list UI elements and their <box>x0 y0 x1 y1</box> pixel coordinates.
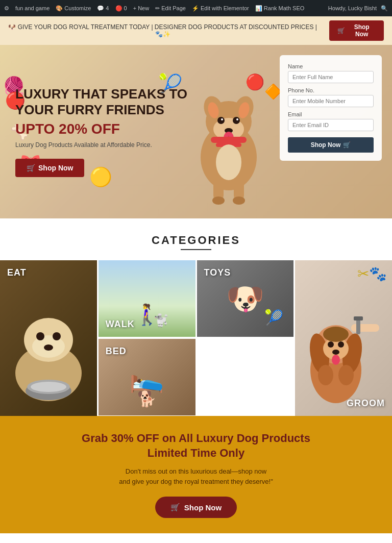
svg-point-7 <box>217 117 225 124</box>
email-input[interactable] <box>288 119 374 131</box>
admin-customize[interactable]: 🎨 Customize <box>56 5 91 12</box>
category-walk-label: WALK <box>106 319 135 330</box>
admin-edit-page[interactable]: ✏ Edit Page <box>155 5 186 12</box>
categories-section: CATEGORIES <box>0 218 392 416</box>
admin-fun-game[interactable]: fun and game <box>15 5 50 11</box>
name-input[interactable] <box>288 71 374 83</box>
category-groom-label: GROOM <box>347 398 385 409</box>
svg-point-26 <box>44 344 53 351</box>
hero-title: LUXURY THAT SPEAKS TO YOUR FURRY FRIENDS <box>15 86 189 118</box>
svg-point-16 <box>212 196 225 205</box>
category-groom[interactable]: ✂🐾 <box>295 260 392 416</box>
promo-shop-button[interactable]: 🛒 Shop Now <box>155 497 237 518</box>
form-cart-icon: 🛒 <box>343 141 351 149</box>
admin-search-icon[interactable]: 🔍 <box>381 5 388 12</box>
admin-elementor[interactable]: ⚡ Edit with Elementor <box>192 5 249 12</box>
wp-logo[interactable]: ⚙ <box>4 5 9 12</box>
hero-cart-icon: 🛒 <box>27 164 35 172</box>
promo-banner: Grab 30% OFF on All Luxury Dog Products … <box>0 416 392 533</box>
reviews-section: REVIEWS I recently purchased the Plush B… <box>0 533 392 543</box>
admin-comments[interactable]: 💬 4 <box>97 5 109 12</box>
announcement-text: 🐶 GIVE YOUR DOG ROYAL TREATMENT TODAY | … <box>8 23 317 38</box>
announcement-shop-button[interactable]: 🛒 Shop Now <box>329 20 384 41</box>
admin-updates[interactable]: 🔴 0 <box>115 5 127 12</box>
categories-title: CATEGORIES <box>0 234 392 247</box>
svg-point-24 <box>36 332 44 340</box>
svg-point-44 <box>323 327 349 342</box>
category-eat-label: EAT <box>7 267 27 278</box>
promo-shop-label: Shop Now <box>184 503 222 512</box>
svg-point-17 <box>233 196 245 205</box>
admin-bar: ⚙ fun and game 🎨 Customize 💬 4 🔴 0 + New… <box>0 0 392 16</box>
dog-svg <box>188 55 270 208</box>
hero-discount: UPTO 20% OFF <box>15 121 189 137</box>
svg-point-25 <box>53 332 61 340</box>
hero-dog-image <box>188 55 290 218</box>
svg-point-42 <box>318 365 333 385</box>
svg-point-41 <box>332 355 340 365</box>
category-toys-label: TOYS <box>204 267 231 278</box>
form-shop-button[interactable]: Shop Now 🛒 <box>288 137 374 153</box>
form-shop-label: Shop Now <box>311 141 341 149</box>
hero-contact-form: Name Phone No. Email Shop Now 🛒 <box>280 55 382 161</box>
category-toys[interactable]: 🐶 🎾 TOYS <box>197 260 294 337</box>
svg-point-20 <box>216 144 241 180</box>
cart-icon: 🛒 <box>337 27 345 34</box>
hero-shop-label: Shop Now <box>38 164 73 172</box>
phone-label: Phone No. <box>288 87 374 93</box>
hero-shop-button[interactable]: 🛒 Shop Now <box>15 159 84 177</box>
svg-point-38 <box>328 341 334 348</box>
admin-new[interactable]: + New <box>133 5 150 11</box>
announcement-bar: 🐶 GIVE YOUR DOG ROYAL TREATMENT TODAY | … <box>0 16 392 45</box>
announcement-shop-label: Shop Now <box>348 23 376 38</box>
svg-point-8 <box>233 117 240 124</box>
promo-subtitle: Don't miss out on this luxurious deal—sh… <box>20 466 372 486</box>
categories-grid: EAT 🚶‍♀️ 🐩 WALK 🐶 <box>0 260 392 416</box>
promo-title: Grab 30% OFF on All Luxury Dog Products … <box>20 431 372 460</box>
category-walk[interactable]: 🚶‍♀️ 🐩 WALK <box>99 260 195 337</box>
admin-user[interactable]: Howdy, Lucky Bisht <box>328 5 377 11</box>
name-label: Name <box>288 63 374 69</box>
svg-rect-31 <box>356 319 360 334</box>
categories-underline <box>181 249 211 250</box>
hero-subtitle: Luxury Dog Products Available at Afforda… <box>15 141 189 149</box>
category-bed[interactable]: 🛌 🐕 BED <box>99 339 195 416</box>
phone-input[interactable] <box>288 95 374 107</box>
svg-rect-32 <box>354 316 363 320</box>
svg-point-40 <box>332 350 339 355</box>
hero-content: LUXURY THAT SPEAKS TO YOUR FURRY FRIENDS… <box>15 86 189 177</box>
category-bed-label: BED <box>106 346 127 357</box>
svg-point-39 <box>338 341 344 348</box>
svg-rect-18 <box>211 137 247 143</box>
svg-point-9 <box>221 118 223 120</box>
category-eat[interactable]: EAT <box>0 260 97 416</box>
hero-section: 🧶 🔴 🦴 🎀 🎾 🔴 🟡 🔶 LUXURY THAT SPEAKS TO YO… <box>0 45 392 218</box>
svg-point-29 <box>31 382 66 392</box>
svg-point-10 <box>236 118 238 120</box>
svg-rect-30 <box>351 324 379 332</box>
admin-rank-math[interactable]: 📊 Rank Math SEO <box>255 5 305 12</box>
svg-point-43 <box>338 365 354 385</box>
email-label: Email <box>288 111 374 117</box>
promo-cart-icon: 🛒 <box>170 503 180 512</box>
